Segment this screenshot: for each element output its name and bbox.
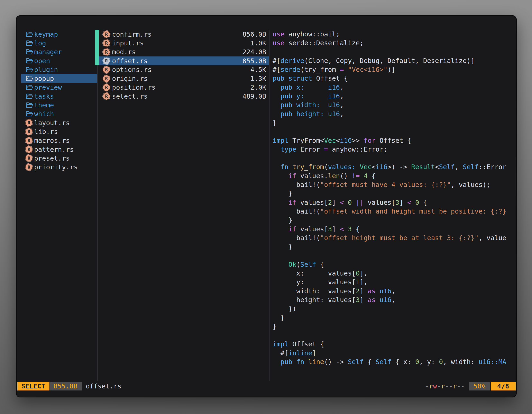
item-label: macros.rs — [34, 137, 70, 144]
file-size: 489.0B — [242, 92, 266, 100]
file-row-origin-rs[interactable]: R origin.rs 1.3K — [95, 74, 269, 83]
code-line: height: values[3] as u16, — [273, 296, 516, 304]
yazi-window: keymap log manager open plugin — [16, 15, 517, 397]
code-line: use serde::Deserialize; — [273, 39, 516, 48]
rust-file-icon: R — [26, 128, 32, 135]
code-line: } — [273, 242, 516, 251]
parent-dir-item-priority-rs[interactable]: R priority.rs — [17, 163, 97, 171]
parent-dir-item-tasks[interactable]: tasks — [17, 92, 97, 101]
code-line: } — [273, 313, 516, 322]
rust-file-icon: R — [103, 49, 110, 55]
item-label: theme — [34, 101, 54, 109]
parent-dir-item-log[interactable]: log — [17, 39, 97, 48]
code-line: type Error = anyhow::Error; — [273, 145, 516, 154]
selection-marker — [95, 83, 99, 92]
file-row-offset-rs[interactable]: R offset.rs 855.0B — [95, 57, 269, 65]
parent-dir-item-keymap[interactable]: keymap — [17, 30, 97, 39]
file-name: position.rs — [112, 83, 156, 91]
selection-marker — [95, 48, 99, 57]
file-permissions: -rw-r--r-- — [425, 382, 465, 390]
item-label: priority.rs — [34, 163, 78, 171]
item-label: plugin — [34, 66, 58, 74]
file-row-confirm-rs[interactable]: R confirm.rs 856.0B — [95, 30, 269, 39]
code-line: pub x: i16, — [273, 83, 516, 92]
rust-file-icon: R — [103, 58, 110, 64]
current-file-name: offset.rs — [86, 382, 122, 390]
code-line: pub fn line() -> Self { Self { x: 0, y: … — [273, 357, 516, 366]
status-bar: SELECT 855.0B offset.rs -rw-r--r-- 50% 4… — [17, 382, 516, 390]
rust-file-icon: R — [26, 146, 32, 153]
item-label: pattern.rs — [34, 146, 74, 154]
rust-file-icon: R — [26, 119, 32, 126]
parent-dir-item-which[interactable]: which — [17, 110, 97, 118]
parent-dir-item-plugin[interactable]: plugin — [17, 65, 97, 74]
parent-dir-item-pattern-rs[interactable]: R pattern.rs — [17, 145, 97, 154]
parent-dir-item-popup[interactable]: popup — [17, 74, 97, 83]
folder-open-icon — [26, 49, 33, 55]
parent-dir-item-layout-rs[interactable]: R layout.rs — [17, 118, 97, 127]
rust-file-icon: R — [103, 75, 110, 82]
code-line: impl Offset { — [273, 340, 516, 348]
parent-dir-item-preview[interactable]: preview — [17, 83, 97, 92]
scroll-percent-badge: 50% — [469, 382, 490, 390]
folder-open-icon — [26, 40, 33, 47]
parent-dir-item-open[interactable]: open — [17, 57, 97, 65]
code-line: fn try_from(values: Vec<i16>) -> Result<… — [273, 163, 516, 171]
code-line: if values[2] < 0 || values[3] < 0 { — [273, 198, 516, 207]
file-row-position-rs[interactable]: R position.rs 2.0K — [95, 83, 269, 92]
code-line: #[derive(Clone, Copy, Debug, Default, De… — [273, 57, 516, 65]
item-label: preset.rs — [34, 154, 70, 162]
file-row-select-rs[interactable]: R select.rs 489.0B — [95, 92, 269, 101]
folder-open-icon — [26, 111, 33, 117]
code-line: #[serde(try_from = "Vec<i16>")] — [273, 65, 516, 74]
mode-badge: SELECT — [17, 382, 49, 390]
parent-dir-item-theme[interactable]: theme — [17, 101, 97, 109]
code-line: } — [273, 216, 516, 225]
code-line: #[inline] — [273, 349, 516, 357]
code-line: } — [273, 322, 516, 331]
code-line — [273, 251, 516, 260]
file-size: 855.0B — [242, 57, 266, 65]
code-line: pub height: u16, — [273, 110, 516, 118]
file-name: confirm.rs — [112, 30, 152, 38]
parent-dir-item-preset-rs[interactable]: R preset.rs — [17, 154, 97, 163]
file-row-mod-rs[interactable]: R mod.rs 224.0B — [95, 48, 269, 57]
selection-marker — [95, 65, 99, 74]
pane-separator-right — [269, 30, 269, 381]
file-size: 4.5K — [250, 66, 266, 74]
parent-dir-item-lib-rs[interactable]: R lib.rs — [17, 127, 97, 136]
file-name: offset.rs — [112, 57, 148, 65]
parent-dir-item-macros-rs[interactable]: R macros.rs — [17, 136, 97, 145]
file-row-input-rs[interactable]: R input.rs 1.0K — [95, 39, 269, 48]
code-line: x: values[0], — [273, 269, 516, 278]
code-line — [273, 154, 516, 163]
item-label: lib.rs — [34, 128, 58, 136]
code-line: pub width: u16, — [273, 101, 516, 109]
code-line — [273, 48, 516, 57]
item-label: log — [34, 39, 46, 47]
code-line: impl TryFrom<Vec<i16>> for Offset { — [273, 136, 516, 145]
code-line: y: values[1], — [273, 278, 516, 287]
file-name: mod.rs — [112, 48, 136, 56]
file-size-badge: 855.0B — [49, 382, 82, 390]
file-name: input.rs — [112, 39, 144, 47]
rust-file-icon: R — [103, 40, 110, 47]
file-size: 2.0K — [250, 83, 266, 91]
file-name: select.rs — [112, 92, 148, 100]
code-line — [273, 331, 516, 340]
selection-marker — [95, 74, 99, 83]
item-label: layout.rs — [34, 119, 70, 127]
code-line — [273, 127, 516, 136]
file-row-options-rs[interactable]: R options.rs 4.5K — [95, 65, 269, 74]
item-label: popup — [34, 75, 54, 82]
item-label: preview — [34, 83, 62, 91]
parent-dir-item-manager[interactable]: manager — [17, 48, 97, 57]
rust-file-icon: R — [103, 93, 110, 100]
selection-marker — [95, 57, 99, 65]
file-preview-pane: use anyhow::bail;use serde::Deserialize;… — [273, 30, 516, 366]
code-line: pub struct Offset { — [273, 74, 516, 83]
selection-marker — [95, 30, 99, 39]
code-line: if values.len() != 4 { — [273, 172, 516, 180]
current-directory-pane: R confirm.rs 856.0B R input.rs 1.0K R mo… — [95, 30, 269, 101]
selection-marker — [95, 39, 99, 48]
